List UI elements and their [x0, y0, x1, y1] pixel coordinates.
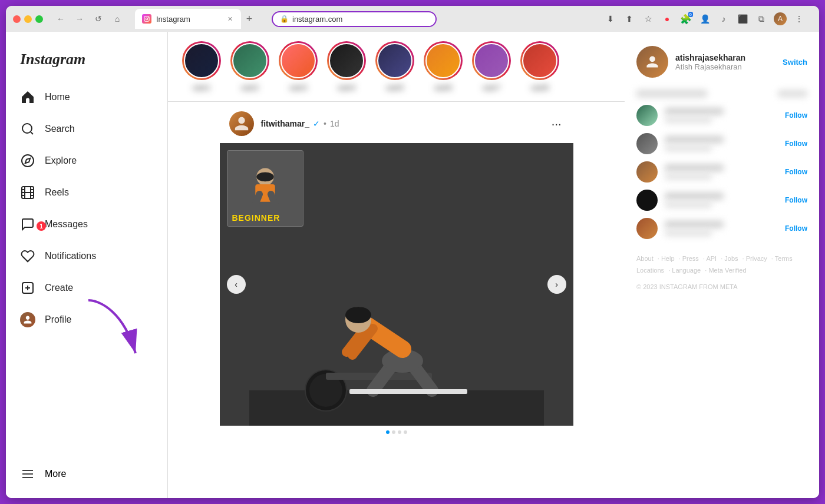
profile-icon-browser[interactable]: 👤	[697, 11, 713, 27]
suggestion-sub	[665, 230, 712, 236]
post-more-button[interactable]: ···	[549, 115, 564, 133]
story-username: user1	[193, 84, 210, 92]
footer-language[interactable]: Language	[672, 267, 701, 274]
follow-button[interactable]: Follow	[785, 140, 807, 148]
footer-copyright: © 2023 INSTAGRAM FROM META	[636, 281, 807, 293]
sidebar-item-profile[interactable]: Profile	[13, 305, 160, 334]
post-image[interactable]: Beginner	[220, 143, 573, 426]
new-tab-button[interactable]: +	[241, 11, 258, 27]
footer-api[interactable]: API	[706, 255, 717, 262]
bookmark-icon[interactable]: ☆	[640, 11, 656, 27]
address-bar[interactable]: 🔒 instagram.com	[272, 11, 437, 27]
suggestion-avatar[interactable]	[636, 161, 658, 183]
suggestion-username	[665, 108, 724, 115]
story-item[interactable]: user7	[472, 41, 511, 92]
menu-icon[interactable]: ⋮	[791, 11, 807, 27]
music-icon[interactable]: ♪	[715, 11, 732, 27]
post-dots	[220, 426, 573, 439]
instagram-logo[interactable]: Instagram	[13, 41, 160, 82]
sidebar-item-reels[interactable]: Reels	[13, 178, 160, 207]
suggestion-username	[665, 193, 724, 200]
story-item[interactable]: user5	[375, 41, 414, 92]
footer-privacy[interactable]: Privacy	[746, 255, 767, 262]
browser-toolbar: ⬇ ⬆ ☆ ● 🧩 6 👤 ♪ ⬛ ⧉ A ⋮	[602, 11, 807, 27]
split-icon[interactable]: ⧉	[753, 11, 770, 27]
messages-badge: 1	[37, 221, 46, 231]
refresh-button[interactable]: ↺	[90, 11, 107, 27]
story-item[interactable]: user3	[279, 41, 318, 92]
traffic-lights	[13, 15, 43, 23]
sidebar-item-more[interactable]: More	[13, 459, 160, 489]
home-button[interactable]: ⌂	[109, 11, 126, 27]
story-username: user8	[531, 84, 549, 92]
footer-terms[interactable]: Terms	[775, 255, 793, 262]
right-user-avatar[interactable]	[636, 46, 668, 78]
sidebar-item-search[interactable]: Search	[13, 114, 160, 144]
sidebar-item-create[interactable]: Create	[13, 273, 160, 303]
story-username: user3	[289, 84, 307, 92]
post-prev-button[interactable]: ‹	[227, 275, 246, 294]
footer-jobs[interactable]: Jobs	[724, 255, 738, 262]
story-item[interactable]: user6	[424, 41, 463, 92]
explore-label: Explore	[45, 155, 77, 166]
back-button[interactable]: ←	[52, 11, 69, 27]
search-icon	[20, 121, 35, 137]
footer-meta-verified[interactable]: Meta Verified	[708, 267, 746, 274]
tab-close-icon[interactable]: ✕	[226, 14, 234, 24]
suggestion-info	[665, 136, 785, 151]
follow-button[interactable]: Follow	[785, 111, 807, 120]
sidebar-item-home[interactable]: Home	[13, 82, 160, 112]
share-icon[interactable]: ⬆	[621, 11, 638, 27]
sidebar-item-explore[interactable]: Explore	[13, 146, 160, 175]
svg-point-38	[256, 172, 274, 181]
download-icon[interactable]: ⬇	[602, 11, 619, 27]
follow-button[interactable]: Follow	[785, 224, 807, 233]
maximize-button[interactable]	[35, 15, 43, 23]
close-button[interactable]	[13, 15, 21, 23]
suggestion-avatar[interactable]	[636, 218, 658, 239]
suggestion-item: Follow	[636, 105, 807, 126]
extensions-icon[interactable]: 🧩 6	[678, 11, 694, 27]
right-username[interactable]: atishrajasekharan	[675, 53, 783, 62]
tab-favicon	[142, 14, 151, 24]
story-item[interactable]: user1	[182, 41, 221, 92]
switch-account-button[interactable]: Switch	[783, 58, 807, 67]
post-user-info: fitwithamar_ ✓ • 1d	[261, 119, 549, 128]
suggestion-sub	[665, 117, 712, 123]
sidebar-item-notifications[interactable]: Notifications	[13, 241, 160, 271]
suggestion-avatar[interactable]	[636, 105, 658, 126]
puzzle-icon[interactable]: ⬛	[734, 11, 751, 27]
post-username[interactable]: fitwithamar_	[261, 119, 309, 128]
follow-button[interactable]: Follow	[785, 168, 807, 176]
home-label: Home	[45, 92, 70, 102]
post-next-button[interactable]: ›	[547, 275, 566, 294]
suggestion-avatar[interactable]	[636, 133, 658, 154]
footer-links: About · Help · Press · API · Jobs · Priv…	[636, 253, 807, 293]
forward-button[interactable]: →	[71, 11, 88, 27]
dot-3	[398, 430, 401, 434]
suggestion-username	[665, 164, 724, 171]
footer-help[interactable]: Help	[661, 255, 675, 262]
footer-press[interactable]: Press	[682, 255, 699, 262]
svg-point-3	[22, 124, 32, 133]
svg-rect-35	[349, 389, 467, 394]
story-item[interactable]: user8	[520, 41, 559, 92]
footer-about[interactable]: About	[636, 255, 654, 262]
story-item[interactable]: user2	[230, 41, 269, 92]
story-username: user5	[386, 84, 404, 92]
opera-icon[interactable]: ●	[659, 11, 675, 27]
follow-button[interactable]: Follow	[785, 196, 807, 204]
post-image-container: Beginner ‹ ›	[220, 143, 573, 426]
suggestion-avatar[interactable]	[636, 190, 658, 211]
notifications-icon	[20, 248, 35, 264]
footer-locations[interactable]: Locations	[636, 267, 664, 274]
svg-rect-23	[249, 390, 544, 426]
story-item[interactable]: user4	[327, 41, 366, 92]
instagram-tab[interactable]: Instagram ✕	[135, 9, 241, 29]
instagram-sidebar: Instagram Home	[6, 32, 168, 498]
post-user-avatar[interactable]	[229, 111, 254, 136]
beginner-label-thumbnail: Beginner	[232, 213, 280, 223]
sidebar-item-messages[interactable]: 1 Messages	[13, 210, 160, 239]
minimize-button[interactable]	[24, 15, 32, 23]
user-circle-icon[interactable]: A	[772, 11, 788, 27]
